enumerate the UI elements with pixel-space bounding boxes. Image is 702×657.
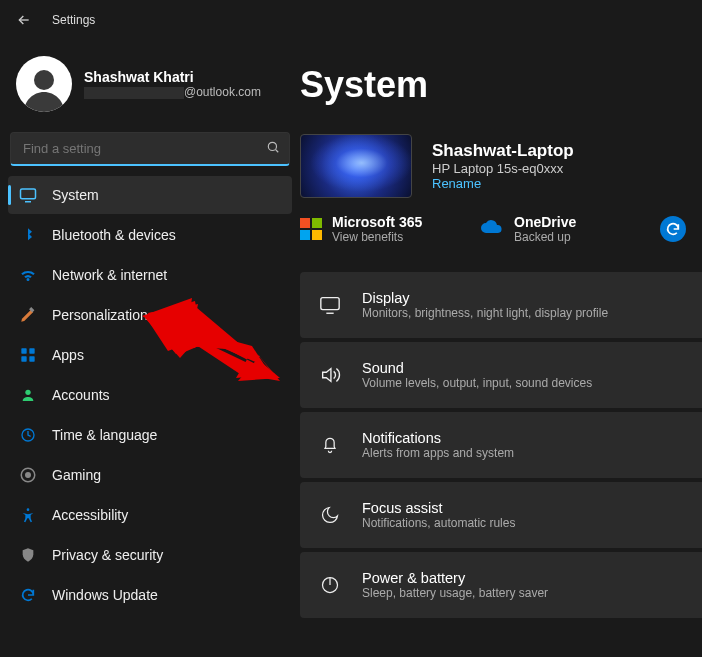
search-box[interactable] bbox=[10, 132, 290, 166]
svg-point-0 bbox=[34, 70, 54, 90]
sidebar-item-network[interactable]: Network & internet bbox=[8, 256, 292, 294]
sound-icon bbox=[318, 363, 342, 387]
sidebar-item-label: Windows Update bbox=[52, 587, 158, 603]
card-desc: Monitors, brightness, night light, displ… bbox=[362, 306, 608, 320]
update-icon bbox=[18, 585, 38, 605]
m365-title: Microsoft 365 bbox=[332, 214, 422, 230]
sync-button[interactable] bbox=[660, 216, 686, 242]
card-sound[interactable]: Sound Volume levels, output, input, soun… bbox=[300, 342, 702, 408]
onedrive-icon bbox=[480, 215, 504, 243]
card-title: Notifications bbox=[362, 430, 514, 446]
microsoft365-block[interactable]: Microsoft 365 View benefits bbox=[300, 214, 456, 244]
onedrive-sub: Backed up bbox=[514, 230, 576, 244]
display-icon bbox=[318, 293, 342, 317]
card-title: Focus assist bbox=[362, 500, 515, 516]
card-power[interactable]: Power & battery Sleep, battery usage, ba… bbox=[300, 552, 702, 618]
shield-icon bbox=[18, 545, 38, 565]
card-focus[interactable]: Focus assist Notifications, automatic ru… bbox=[300, 482, 702, 548]
svg-rect-7 bbox=[29, 356, 34, 361]
sidebar-item-label: Privacy & security bbox=[52, 547, 163, 563]
svg-rect-4 bbox=[21, 348, 26, 353]
m365-sub: View benefits bbox=[332, 230, 422, 244]
sidebar-item-accounts[interactable]: Accounts bbox=[8, 376, 292, 414]
card-desc: Volume levels, output, input, sound devi… bbox=[362, 376, 592, 390]
search-input[interactable] bbox=[10, 132, 290, 166]
svg-point-12 bbox=[27, 508, 30, 511]
clock-globe-icon bbox=[18, 425, 38, 445]
avatar bbox=[16, 56, 72, 112]
profile-email: @outlook.com bbox=[84, 85, 261, 99]
profile-name: Shashwat Khatri bbox=[84, 69, 261, 85]
bell-icon bbox=[318, 433, 342, 457]
person-icon bbox=[18, 385, 38, 405]
paintbrush-icon bbox=[18, 305, 38, 325]
sidebar-item-time[interactable]: Time & language bbox=[8, 416, 292, 454]
page-title: System bbox=[300, 64, 702, 106]
card-notifications[interactable]: Notifications Alerts from apps and syste… bbox=[300, 412, 702, 478]
sidebar-item-update[interactable]: Windows Update bbox=[8, 576, 292, 614]
sidebar-item-label: Network & internet bbox=[52, 267, 167, 283]
onedrive-title: OneDrive bbox=[514, 214, 576, 230]
svg-point-11 bbox=[26, 473, 31, 478]
sidebar-item-personalization[interactable]: Personalization bbox=[8, 296, 292, 334]
card-display[interactable]: Display Monitors, brightness, night ligh… bbox=[300, 272, 702, 338]
sidebar-item-label: Bluetooth & devices bbox=[52, 227, 176, 243]
sidebar-item-label: System bbox=[52, 187, 99, 203]
svg-point-8 bbox=[25, 390, 30, 395]
search-icon bbox=[266, 140, 280, 158]
power-icon bbox=[318, 573, 342, 597]
accessibility-icon bbox=[18, 505, 38, 525]
rename-link[interactable]: Rename bbox=[432, 176, 574, 191]
svg-rect-2 bbox=[21, 189, 36, 199]
sidebar-item-apps[interactable]: Apps bbox=[8, 336, 292, 374]
sidebar-item-system[interactable]: System bbox=[8, 176, 292, 214]
svg-rect-6 bbox=[21, 356, 26, 361]
sidebar-item-bluetooth[interactable]: Bluetooth & devices bbox=[8, 216, 292, 254]
card-desc: Sleep, battery usage, battery saver bbox=[362, 586, 548, 600]
sidebar-item-label: Accounts bbox=[52, 387, 110, 403]
sidebar-item-label: Time & language bbox=[52, 427, 157, 443]
device-name: Shashwat-Laptop bbox=[432, 141, 574, 161]
svg-point-1 bbox=[268, 142, 276, 150]
svg-rect-13 bbox=[321, 298, 339, 310]
bluetooth-icon bbox=[18, 225, 38, 245]
card-title: Display bbox=[362, 290, 608, 306]
microsoft-logo-icon bbox=[300, 218, 322, 240]
svg-rect-5 bbox=[29, 348, 34, 353]
card-title: Power & battery bbox=[362, 570, 548, 586]
sidebar-item-gaming[interactable]: Gaming bbox=[8, 456, 292, 494]
sidebar-item-label: Accessibility bbox=[52, 507, 128, 523]
device-model: HP Laptop 15s-eq0xxx bbox=[432, 161, 574, 176]
card-desc: Alerts from apps and system bbox=[362, 446, 514, 460]
sidebar-item-privacy[interactable]: Privacy & security bbox=[8, 536, 292, 574]
profile-block[interactable]: Shashwat Khatri @outlook.com bbox=[8, 48, 292, 128]
wifi-icon bbox=[18, 265, 38, 285]
sidebar-item-label: Personalization bbox=[52, 307, 148, 323]
back-button[interactable] bbox=[8, 4, 40, 36]
apps-icon bbox=[18, 345, 38, 365]
sidebar-item-label: Gaming bbox=[52, 467, 101, 483]
moon-icon bbox=[318, 503, 342, 527]
card-desc: Notifications, automatic rules bbox=[362, 516, 515, 530]
system-icon bbox=[18, 185, 38, 205]
sidebar-item-label: Apps bbox=[52, 347, 84, 363]
window-title: Settings bbox=[52, 13, 95, 27]
gaming-icon bbox=[18, 465, 38, 485]
onedrive-block[interactable]: OneDrive Backed up bbox=[480, 214, 636, 244]
device-thumbnail[interactable] bbox=[300, 134, 412, 198]
sidebar-item-accessibility[interactable]: Accessibility bbox=[8, 496, 292, 534]
card-title: Sound bbox=[362, 360, 592, 376]
